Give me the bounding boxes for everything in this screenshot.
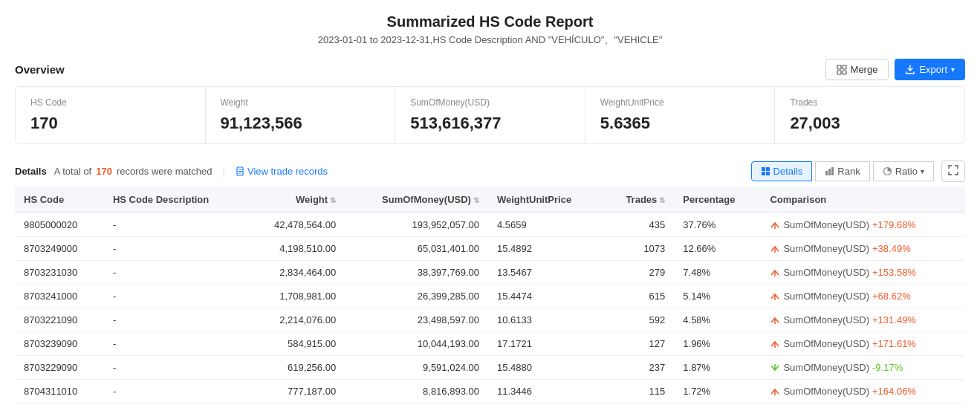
cell-r7-c0: 8704311010 <box>15 380 104 404</box>
cell-r7-c6: 1.72% <box>674 380 761 404</box>
merge-label: Merge <box>851 64 878 75</box>
summary-label-1: Weight <box>221 97 380 108</box>
tab-details-button[interactable]: Details <box>751 161 813 181</box>
svg-rect-11 <box>766 172 770 175</box>
summary-value-0: 170 <box>30 114 190 133</box>
comparison-label: SumOfMoney(USD) <box>783 314 869 325</box>
cell-r4-c7: SumOfMoney(USD)+131.49% <box>761 308 965 332</box>
cell-r2-c7: SumOfMoney(USD)+153.58% <box>761 261 965 285</box>
cell-r3-c5: 615 <box>603 285 675 308</box>
cell-r4-c3: 23,498,597.00 <box>345 308 488 332</box>
svg-rect-9 <box>766 167 770 171</box>
cell-r0-c2: 42,478,564.00 <box>246 213 345 237</box>
table-row: 9805000020-42,478,564.00193,952,057.004.… <box>15 213 965 237</box>
svg-rect-10 <box>762 172 765 175</box>
cell-r4-c6: 4.58% <box>674 308 761 332</box>
cell-r0-c5: 435 <box>603 213 675 237</box>
cell-r1-c6: 12.66% <box>674 237 761 261</box>
svg-rect-14 <box>831 167 834 175</box>
summary-label-0: HS Code <box>30 97 190 108</box>
cell-r0-c1: - <box>104 213 246 237</box>
comparison-value: +179.68% <box>872 219 916 230</box>
svg-rect-0 <box>837 65 841 69</box>
cell-r1-c0: 8703249000 <box>15 237 104 261</box>
col-header-percentage: Percentage <box>674 187 761 213</box>
cell-r2-c3: 38,397,769.00 <box>345 261 488 285</box>
col-header-weight[interactable]: Weight⇅ <box>246 187 345 213</box>
data-table: HS CodeHS Code DescriptionWeight⇅SumOfMo… <box>15 187 965 405</box>
cell-r7-c2: 777,187.00 <box>246 380 345 404</box>
summary-card-0: HS Code 170 <box>16 87 206 143</box>
cell-r2-c6: 7.48% <box>674 261 761 285</box>
cell-r4-c2: 2,214,076.00 <box>246 308 345 332</box>
tab-rank-button[interactable]: Rank <box>815 161 869 181</box>
details-bar-left: Details A total of 170 records were matc… <box>15 166 328 177</box>
summary-value-1: 91,123,566 <box>221 114 380 133</box>
trend-down-icon <box>770 363 780 373</box>
svg-rect-12 <box>825 171 828 175</box>
comparison-value: +153.58% <box>872 267 916 278</box>
cell-r5-c0: 8703239090 <box>15 332 104 356</box>
cell-r0-c7: SumOfMoney(USD)+179.68% <box>761 213 965 237</box>
cell-r7-c4: 11.3446 <box>488 380 603 404</box>
cell-r7-c7: SumOfMoney(USD)+164.06% <box>761 380 965 404</box>
comparison-value: +38.49% <box>872 243 911 254</box>
comparison-value: +68.62% <box>872 291 911 302</box>
trend-up-icon <box>770 220 780 230</box>
cell-r2-c5: 279 <box>603 261 675 285</box>
tab-details-label: Details <box>773 166 803 177</box>
tab-ratio-button[interactable]: Ratio ▾ <box>873 161 934 181</box>
trend-up-icon <box>770 386 780 397</box>
view-records-link[interactable]: View trade records <box>236 166 328 177</box>
export-chevron-icon: ▾ <box>951 65 955 74</box>
cell-r0-c6: 37.76% <box>674 213 761 237</box>
summary-cards: HS Code 170 Weight 91,123,566 SumOfMoney… <box>15 86 965 144</box>
expand-button[interactable] <box>941 161 965 182</box>
details-section-title: Details <box>15 166 47 177</box>
cell-r1-c2: 4,198,510.00 <box>246 237 345 261</box>
data-table-wrap: HS CodeHS Code DescriptionWeight⇅SumOfMo… <box>15 187 965 405</box>
cell-r5-c1: - <box>104 332 246 356</box>
expand-icon <box>948 165 958 175</box>
export-button[interactable]: Export ▾ <box>895 59 965 80</box>
cell-r0-c3: 193,952,057.00 <box>345 213 488 237</box>
cell-r2-c1: - <box>104 261 246 285</box>
comparison-value: -9.17% <box>872 362 903 373</box>
cell-r1-c3: 65,031,401.00 <box>345 237 488 261</box>
comparison-label: SumOfMoney(USD) <box>783 291 869 302</box>
summary-label-4: Trades <box>790 97 950 108</box>
cell-r6-c4: 15.4880 <box>488 356 603 380</box>
tab-ratio-label: Ratio <box>895 166 918 177</box>
trend-up-icon <box>770 268 780 278</box>
cell-r6-c6: 1.87% <box>674 356 761 380</box>
export-label: Export <box>919 64 947 75</box>
comparison-label: SumOfMoney(USD) <box>783 338 869 349</box>
summary-card-2: SumOfMoney(USD) 513,616,377 <box>395 87 585 143</box>
cell-r1-c5: 1073 <box>603 237 675 261</box>
svg-rect-2 <box>837 71 841 74</box>
col-header-trades[interactable]: Trades⇅ <box>603 187 675 213</box>
cell-r3-c2: 1,708,981.00 <box>246 285 345 308</box>
merge-button[interactable]: Merge <box>825 59 889 80</box>
cell-r0-c0: 9805000020 <box>15 213 104 237</box>
view-records-label: View trade records <box>247 166 328 177</box>
cell-r7-c5: 115 <box>603 380 675 404</box>
table-row: 8703239090-584,915.0010,044,193.0017.172… <box>15 332 965 356</box>
trend-up-icon <box>770 244 780 254</box>
summary-label-3: WeightUnitPrice <box>600 97 760 108</box>
sort-icon-trades: ⇅ <box>659 196 665 204</box>
cell-r1-c1: - <box>104 237 246 261</box>
comparison-label: SumOfMoney(USD) <box>783 386 869 397</box>
table-row: 8703231030-2,834,464.0038,397,769.0013.5… <box>15 261 965 285</box>
cell-r5-c6: 1.96% <box>674 332 761 356</box>
cell-r1-c4: 15.4892 <box>488 237 603 261</box>
summary-value-4: 27,003 <box>790 114 950 133</box>
table-row: 8703221090-2,214,076.0023,498,597.0010.6… <box>15 308 965 332</box>
cell-r1-c7: SumOfMoney(USD)+38.49% <box>761 237 965 261</box>
col-header-description: HS Code Description <box>104 187 246 213</box>
col-header-sum_money[interactable]: SumOfMoney(USD)⇅ <box>345 187 488 213</box>
cell-r2-c2: 2,834,464.00 <box>246 261 345 285</box>
toolbar-actions: Merge Export ▾ <box>825 59 965 80</box>
summary-card-1: Weight 91,123,566 <box>206 87 396 143</box>
rank-tab-icon <box>825 166 834 176</box>
